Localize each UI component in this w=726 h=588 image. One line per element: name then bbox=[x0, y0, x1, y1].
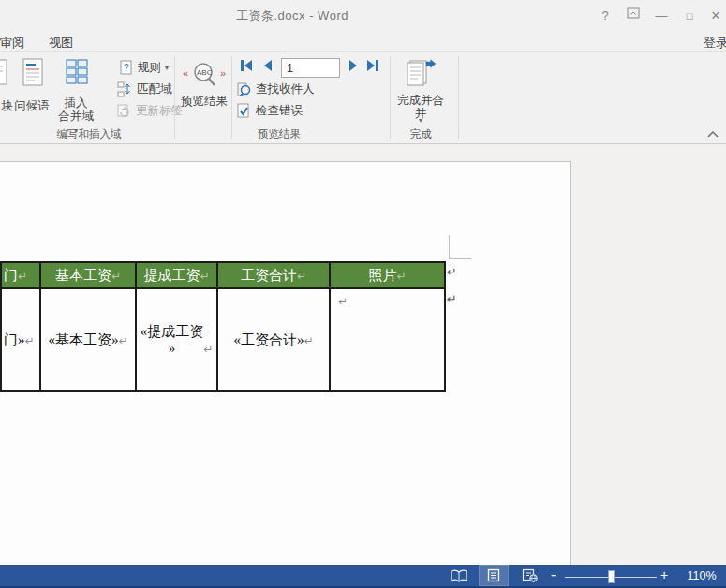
record-number-input[interactable] bbox=[281, 58, 340, 78]
web-layout-button[interactable] bbox=[515, 566, 543, 585]
pilcrow-mark: ↵ bbox=[447, 292, 457, 306]
web-layout-icon bbox=[522, 568, 538, 582]
ribbon-tab-row: 审阅 视图 登录 bbox=[0, 30, 726, 52]
check-errors-icon bbox=[235, 103, 252, 119]
insert-merge-field-button[interactable]: 插入 合并域 ▾ bbox=[56, 56, 96, 129]
last-record-button[interactable] bbox=[365, 59, 379, 76]
rules-icon: ? bbox=[118, 60, 134, 76]
cell-department-field[interactable]: 门»↵ bbox=[1, 288, 40, 391]
last-record-icon bbox=[365, 59, 379, 72]
margin-crop-mark bbox=[449, 235, 471, 259]
ribbon-display-options-icon bbox=[627, 7, 640, 20]
group-inner-separator bbox=[231, 56, 232, 139]
finish-merge-button[interactable]: 完成并合并 ▾ bbox=[392, 56, 450, 125]
cell-total-field[interactable]: «工资合计»↵ bbox=[217, 288, 330, 391]
pilcrow-mark: ↵ bbox=[338, 295, 348, 308]
header-cell-base-salary[interactable]: 基本工资↵ bbox=[40, 262, 136, 288]
close-icon: ✕ bbox=[711, 8, 721, 22]
svg-text:?: ? bbox=[124, 63, 129, 73]
find-recipient-button[interactable]: 查找收件人 bbox=[235, 81, 315, 97]
salary-merge-table: 门↵ 基本工资↵ 提成工资↵ 工资合计↵ 照片↵ 门»↵ «基本工资»↵ «提成… bbox=[0, 261, 446, 392]
next-record-icon bbox=[348, 59, 359, 72]
check-errors-button[interactable]: 检查错误 bbox=[235, 103, 303, 119]
header-cell-commission[interactable]: 提成工资↵ bbox=[136, 262, 217, 288]
pilcrow-mark: ↵ bbox=[447, 265, 457, 279]
zoom-out-button[interactable]: - bbox=[551, 566, 556, 583]
tab-review[interactable]: 审阅 bbox=[0, 33, 30, 53]
close-button[interactable]: ✕ bbox=[704, 7, 726, 25]
update-labels-button: 更新标签 bbox=[116, 103, 183, 119]
ribbon-display-options-button[interactable] bbox=[622, 7, 645, 25]
update-labels-icon bbox=[116, 103, 132, 119]
word-window: 工资条.docx - Word ? — □ ✕ 审阅 视图 登录 块 bbox=[0, 0, 726, 588]
help-icon: ? bbox=[601, 8, 608, 22]
group-separator bbox=[174, 56, 175, 139]
pilcrow-mark: ↵ bbox=[396, 270, 406, 283]
preview-results-button[interactable]: «»ABC 预览结果 bbox=[178, 56, 230, 118]
tab-view[interactable]: 视图 bbox=[43, 33, 79, 53]
pilcrow-mark: ↵ bbox=[111, 270, 121, 283]
read-mode-button[interactable] bbox=[445, 566, 473, 585]
address-block-icon bbox=[0, 58, 9, 88]
restore-icon: □ bbox=[687, 10, 693, 22]
document-area: 门↵ 基本工资↵ 提成工资↵ 工资合计↵ 照片↵ 门»↵ «基本工资»↵ «提成… bbox=[0, 145, 726, 565]
header-cell-total[interactable]: 工资合计↵ bbox=[217, 262, 330, 288]
pilcrow-mark: ↵ bbox=[200, 270, 209, 283]
first-record-button[interactable] bbox=[240, 59, 254, 76]
insert-merge-field-icon bbox=[63, 57, 91, 87]
finish-merge-icon bbox=[405, 57, 438, 91]
chevron-down-icon: ▾ bbox=[419, 116, 422, 125]
group-label-finish: 完成 bbox=[393, 127, 449, 141]
minimize-button[interactable]: — bbox=[650, 7, 673, 25]
group-label-write-insert: 编写和插入域 bbox=[28, 127, 150, 141]
header-cell-department[interactable]: 门↵ bbox=[1, 262, 40, 288]
title-bar: 工资条.docx - Word ? — □ ✕ bbox=[0, 0, 726, 30]
group-separator bbox=[390, 56, 391, 139]
preview-results-icon: «»ABC bbox=[183, 61, 228, 89]
first-record-icon bbox=[240, 59, 254, 72]
svg-text:ABC: ABC bbox=[197, 68, 213, 77]
zoom-slider-thumb[interactable] bbox=[608, 570, 615, 583]
minimize-icon: — bbox=[656, 8, 668, 22]
table-body-row: 门»↵ «基本工资»↵ «提成工资 »↵ «工资合计»↵ ↵ bbox=[1, 288, 445, 391]
previous-record-icon bbox=[262, 59, 274, 72]
ribbon: 块 问候语 插入 合并域 ▾ ? bbox=[0, 53, 726, 144]
header-cell-photo[interactable]: 照片↵ bbox=[330, 262, 445, 288]
sign-in-link[interactable]: 登录 bbox=[700, 33, 726, 53]
cell-photo-empty[interactable]: ↵ bbox=[330, 288, 445, 391]
chevron-up-icon bbox=[707, 131, 719, 138]
address-block-button[interactable]: 块 bbox=[0, 58, 13, 116]
svg-text:»: » bbox=[220, 67, 226, 79]
table-header-row: 门↵ 基本工资↵ 提成工资↵ 工资合计↵ 照片↵ bbox=[1, 262, 445, 288]
group-separator bbox=[458, 56, 459, 139]
help-button[interactable]: ? bbox=[594, 7, 616, 25]
match-fields-icon bbox=[116, 81, 133, 97]
pilcrow-mark: ↵ bbox=[18, 270, 27, 283]
zoom-level[interactable]: 110% bbox=[681, 569, 722, 582]
match-fields-button[interactable]: 匹配域 bbox=[116, 81, 172, 97]
read-mode-icon bbox=[451, 569, 467, 582]
pilcrow-mark: ↵ bbox=[203, 343, 213, 356]
previous-record-button[interactable] bbox=[262, 59, 274, 76]
pilcrow-mark: ↵ bbox=[118, 334, 127, 347]
document-page[interactable]: 门↵ 基本工资↵ 提成工资↵ 工资合计↵ 照片↵ 门»↵ «基本工资»↵ «提成… bbox=[0, 161, 571, 565]
greeting-line-icon bbox=[21, 57, 45, 89]
chevron-down-icon: ▾ bbox=[165, 64, 169, 72]
zoom-in-button[interactable]: + bbox=[660, 567, 668, 582]
window-title: 工资条.docx - Word bbox=[236, 7, 348, 24]
greeting-line-button[interactable]: 问候语 bbox=[13, 56, 51, 118]
svg-text:«: « bbox=[183, 67, 188, 79]
cell-base-salary-field[interactable]: «基本工资»↵ bbox=[40, 288, 136, 391]
cell-commission-field[interactable]: «提成工资 »↵ bbox=[136, 288, 217, 391]
next-record-button[interactable] bbox=[348, 59, 359, 76]
find-recipient-icon bbox=[235, 81, 252, 97]
collapse-ribbon-button[interactable] bbox=[707, 125, 719, 141]
group-label-preview: 预览结果 bbox=[237, 127, 321, 141]
restore-button[interactable]: □ bbox=[678, 7, 701, 25]
pilcrow-mark: ↵ bbox=[304, 334, 313, 347]
rules-button[interactable]: ? 规则 ▾ bbox=[118, 60, 169, 76]
print-layout-button[interactable] bbox=[480, 566, 508, 585]
status-bar: - + 110% bbox=[0, 565, 726, 588]
pilcrow-mark: ↵ bbox=[25, 334, 35, 347]
pilcrow-mark: ↵ bbox=[297, 270, 306, 283]
